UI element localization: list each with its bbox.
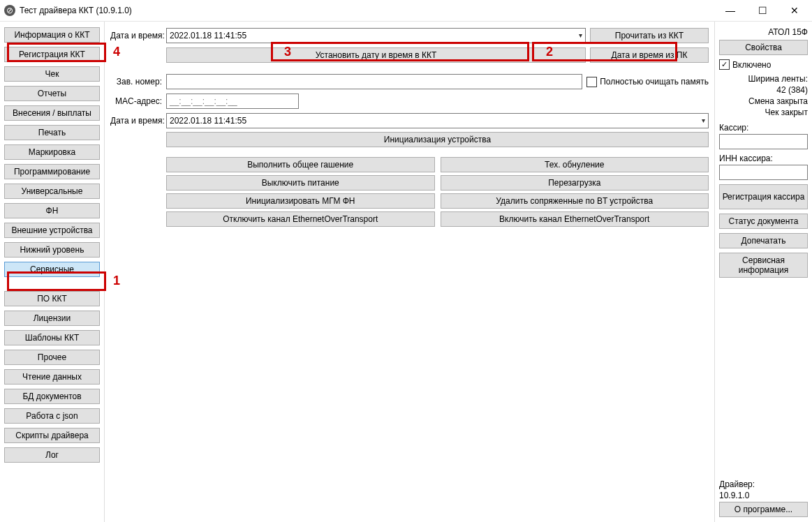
cashier-inn-label: ИНН кассира:	[719, 154, 808, 163]
doc-status-button[interactable]: Статус документа	[719, 214, 808, 229]
nav-item-9[interactable]: ФН	[4, 203, 100, 218]
cashier-input[interactable]	[719, 134, 808, 149]
nav-item-0[interactable]: Информация о ККТ	[4, 27, 100, 43]
power-off-button[interactable]: Выключить питание	[166, 175, 435, 191]
nav-item-1[interactable]: Регистрация ККТ	[4, 47, 100, 62]
nav-item-3[interactable]: Отчеты	[4, 86, 100, 101]
mac-label: MAC-адрес:	[110, 96, 162, 106]
date-combo[interactable]: 2022.01.18 11:41:55	[166, 28, 586, 43]
shift-closed-label: Смена закрыта	[719, 96, 808, 106]
cashier-label: Кассир:	[719, 123, 808, 133]
serial-input[interactable]	[166, 74, 582, 89]
window-title: Тест драйвера ККТ (10.9.1.0)	[20, 6, 714, 15]
date2-combo[interactable]: 2022.01.18 11:41:55	[166, 113, 709, 128]
nav-item-14[interactable]: Лицензии	[4, 311, 100, 326]
enable-eot-button[interactable]: Включить канал EthernetOverTransport	[441, 211, 709, 227]
tape-width-label: Ширина ленты:	[719, 74, 808, 84]
maximize-button[interactable]: ☐	[746, 0, 778, 21]
nav-item-8[interactable]: Универсальные счетчики	[4, 184, 100, 199]
minimize-button[interactable]: —	[714, 0, 746, 21]
init-device-button[interactable]: Инициализация устройства	[166, 132, 709, 147]
set-datetime-kkt-button[interactable]: Установить дату и время в ККТ	[166, 47, 586, 63]
close-button[interactable]: ✕	[778, 0, 811, 21]
driver-label: Драйвер:	[719, 479, 808, 489]
nav-item-20[interactable]: Скрипты драйвера	[4, 428, 100, 443]
checkbox-box: ✓	[719, 59, 730, 70]
receipt-closed-label: Чек закрыт	[719, 107, 808, 117]
nav-item-19[interactable]: Работа с json	[4, 408, 100, 424]
read-from-kkt-button[interactable]: Прочитать из ККТ	[590, 28, 709, 43]
mac-input[interactable]: __:__:__:__:__:__	[166, 94, 299, 109]
cashier-register-button[interactable]: Регистрация кассира	[719, 184, 808, 209]
nav-item-6[interactable]: Маркировка	[4, 144, 100, 160]
model-label: АТОЛ 15Ф	[719, 27, 808, 37]
nav-item-4[interactable]: Внесения / выплаты	[4, 105, 100, 121]
left-nav: Информация о ККТРегистрация ККТЧекОтчеты…	[0, 22, 105, 522]
date-label: Дата и время:	[110, 31, 162, 40]
service-info-button[interactable]: Сервисная информация	[719, 253, 808, 278]
checkbox-box	[586, 77, 597, 87]
tech-reset-button[interactable]: Тех. обнуление	[441, 157, 709, 172]
window-controls: — ☐ ✕	[714, 0, 811, 21]
serial-label: Зав. номер:	[110, 77, 162, 87]
app-icon: ⊘	[4, 5, 15, 16]
cashier-inn-input[interactable]	[719, 165, 808, 180]
nav-item-10[interactable]: Внешние устройства	[4, 223, 100, 238]
nav-item-5[interactable]: Печать	[4, 125, 100, 140]
nav-item-11[interactable]: Нижний уровень	[4, 242, 100, 258]
datetime-from-pc-button[interactable]: Дата и время из ПК	[590, 47, 709, 63]
nav-item-16[interactable]: Прочее	[4, 350, 100, 365]
nav-item-13[interactable]: ПО ККТ	[4, 291, 100, 306]
init-mgm-fn-button[interactable]: Инициализировать МГМ ФН	[166, 193, 435, 209]
reboot-button[interactable]: Перезагрузка	[441, 175, 709, 191]
nav-item-21[interactable]: Лог	[4, 447, 100, 463]
titlebar: ⊘ Тест драйвера ККТ (10.9.1.0) — ☐ ✕	[0, 0, 812, 22]
driver-version: 10.9.1.0	[719, 491, 808, 500]
reprint-button[interactable]: Допечатать	[719, 233, 808, 248]
full-clear-checkbox[interactable]: Полностью очищать память	[586, 77, 709, 87]
disable-eot-button[interactable]: Отключить канал EthernetOverTransport	[166, 211, 435, 227]
right-panel: АТОЛ 15Ф Свойства ✓ Включено Ширина лент…	[714, 22, 812, 522]
date2-label: Дата и время:	[110, 116, 162, 126]
tape-width-value: 42 (384)	[719, 85, 808, 95]
nav-item-15[interactable]: Шаблоны ККТ	[4, 330, 100, 345]
center-panel: Дата и время: 2022.01.18 11:41:55 Прочит…	[105, 22, 714, 522]
nav-item-18[interactable]: БД документов	[4, 389, 100, 404]
nav-item-2[interactable]: Чек	[4, 66, 100, 82]
general-blanking-button[interactable]: Выполнить общее гашение	[166, 157, 435, 172]
nav-item-7[interactable]: Программирование	[4, 164, 100, 179]
enabled-checkbox[interactable]: ✓ Включено	[719, 59, 808, 70]
about-button[interactable]: О программе...	[719, 502, 808, 517]
nav-item-12[interactable]: Сервисные	[4, 262, 100, 277]
properties-button[interactable]: Свойства	[719, 40, 808, 55]
nav-item-17[interactable]: Чтение данных	[4, 369, 100, 385]
remove-bt-button[interactable]: Удалить сопряженные по BT устройства	[441, 193, 709, 209]
